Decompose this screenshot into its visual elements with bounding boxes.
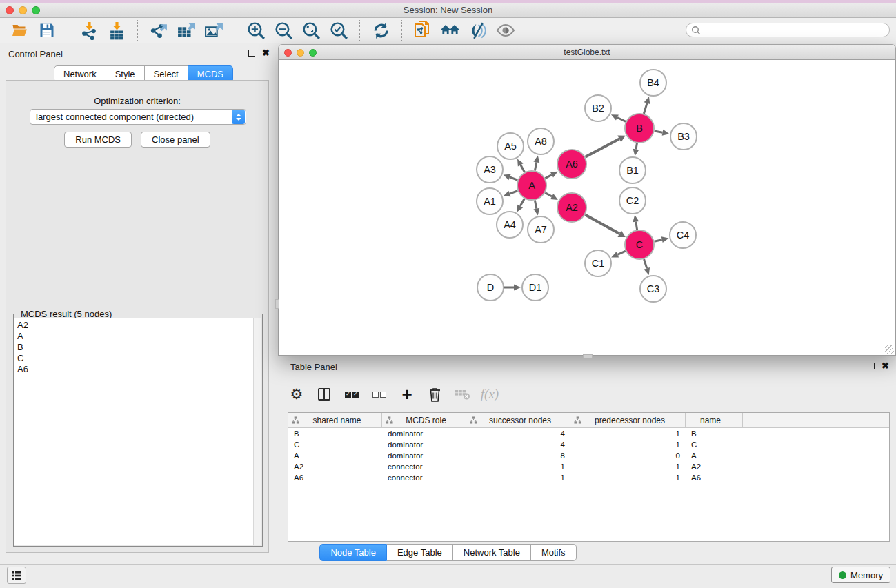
mcds-result-item[interactable]: C	[14, 353, 253, 364]
import-network-icon[interactable]	[75, 20, 103, 41]
zoom-out-icon[interactable]	[270, 20, 297, 41]
mcds-result-item[interactable]: B	[14, 342, 253, 353]
node-D[interactable]: D	[477, 274, 504, 301]
node-C3[interactable]: C3	[640, 276, 666, 302]
mcds-result-item[interactable]: A6	[14, 364, 253, 375]
float-table-panel-icon[interactable]	[868, 363, 875, 369]
node-A2[interactable]: A2	[557, 193, 586, 222]
close-panel-icon[interactable]: ✖	[262, 50, 270, 57]
memory-button[interactable]: Memory	[831, 567, 890, 583]
tab-node-table[interactable]: Node Table	[319, 544, 387, 561]
node-B2[interactable]: B2	[585, 95, 611, 121]
edge-C-C4[interactable]	[654, 236, 668, 243]
add-column-icon[interactable]: +	[398, 385, 416, 404]
edge-B-B1[interactable]	[633, 143, 639, 156]
tab-network-table[interactable]: Network Table	[453, 544, 531, 561]
node-C[interactable]: C	[625, 230, 654, 259]
new-network-from-selection-icon[interactable]	[409, 20, 437, 41]
node-A8[interactable]: A8	[528, 128, 554, 154]
table-row[interactable]: A6connector11A6	[288, 472, 889, 483]
settings-gear-icon[interactable]: ⚙	[288, 385, 306, 404]
show-column-panel-icon[interactable]	[315, 385, 333, 404]
node-B1[interactable]: B1	[619, 157, 646, 183]
node-C4[interactable]: C4	[670, 222, 696, 248]
table-row[interactable]: A2connector11A2	[288, 461, 889, 472]
zoom-selected-icon[interactable]	[325, 20, 352, 41]
node-A[interactable]: A	[517, 171, 546, 200]
node-B3[interactable]: B3	[670, 123, 697, 150]
column-header-MCDS-role[interactable]: MCDS role	[382, 413, 466, 427]
eye-icon[interactable]	[492, 20, 519, 41]
table-cell: B	[288, 429, 382, 438]
import-table-icon[interactable]	[103, 20, 130, 41]
edge-A-A6[interactable]	[545, 172, 557, 179]
close-panel-button[interactable]: Close panel	[141, 132, 210, 148]
open-file-icon[interactable]	[6, 20, 33, 41]
zoom-in-icon[interactable]	[242, 20, 270, 41]
edge-A-A1[interactable]	[504, 191, 518, 197]
edge-B-B2[interactable]	[611, 114, 626, 121]
node-A6[interactable]: A6	[557, 150, 586, 179]
export-table-icon[interactable]	[172, 20, 200, 41]
node-A3[interactable]: A3	[477, 156, 503, 183]
criterion-dropdown[interactable]: largest connected component (directed)	[30, 109, 246, 125]
delete-column-icon[interactable]	[426, 385, 444, 404]
function-builder-icon[interactable]: f(x)	[481, 385, 499, 404]
node-D1[interactable]: D1	[522, 274, 548, 301]
unselect-all-checkboxes-icon[interactable]	[370, 385, 388, 404]
mcds-result-item[interactable]: A2	[14, 320, 253, 331]
run-mcds-button[interactable]: Run MCDS	[64, 132, 132, 148]
edge-B-B4[interactable]	[644, 97, 650, 114]
node-A7[interactable]: A7	[528, 216, 554, 243]
resize-grip-icon[interactable]	[885, 345, 894, 354]
hide-graphics-details-icon[interactable]	[464, 20, 492, 41]
tab-edge-table[interactable]: Edge Table	[387, 544, 453, 561]
edge-A-A8[interactable]	[533, 156, 539, 171]
edge-C-C1[interactable]	[611, 251, 626, 257]
column-header-successor-nodes[interactable]: successor nodes	[466, 413, 570, 427]
vertical-splitter-handle[interactable]	[275, 299, 279, 309]
node-A5[interactable]: A5	[497, 133, 524, 159]
select-all-checkboxes-icon[interactable]	[343, 385, 361, 404]
table-row[interactable]: Bdominator41B	[288, 428, 889, 439]
mcds-result-item[interactable]: A	[14, 331, 253, 342]
mcds-list-scrollbar[interactable]	[253, 318, 261, 545]
column-header-predecessor-nodes[interactable]: predecessor nodes	[570, 413, 686, 427]
table-row[interactable]: Cdominator41C	[288, 439, 889, 450]
refresh-layout-icon[interactable]	[367, 20, 395, 41]
node-B[interactable]: B	[625, 114, 654, 143]
edge-A2-C[interactable]	[585, 215, 626, 237]
home-icon[interactable]	[437, 20, 464, 41]
edge-A6-B[interactable]	[585, 136, 625, 157]
column-header-shared-name[interactable]: shared name	[288, 413, 382, 427]
edge-A-A5[interactable]	[517, 159, 524, 172]
task-history-button[interactable]	[7, 567, 26, 584]
node-C2[interactable]: C2	[619, 187, 646, 214]
column-header-name[interactable]: name	[686, 413, 743, 427]
edge-C-C3[interactable]	[644, 259, 650, 275]
delete-table-icon[interactable]	[453, 385, 471, 404]
node-C1[interactable]: C1	[585, 250, 611, 276]
zoom-fit-icon[interactable]	[297, 20, 325, 41]
network-window-titlebar[interactable]: testGlobe.txt	[278, 44, 896, 60]
edge-C-C2[interactable]	[633, 215, 639, 230]
search-input[interactable]	[686, 23, 890, 37]
edge-D-D1[interactable]	[504, 285, 521, 291]
float-panel-icon[interactable]	[248, 50, 255, 57]
save-session-icon[interactable]	[33, 20, 61, 41]
edge-B-B3[interactable]	[655, 130, 670, 136]
network-canvas[interactable]: B4B2BB3A5A8A6A3B1AA1C2A2A4A7CC4C1C3DD1	[278, 60, 896, 356]
edge-A-A3[interactable]	[504, 174, 518, 181]
node-A4[interactable]: A4	[497, 212, 523, 238]
table-row[interactable]: Adominator80A	[288, 450, 889, 461]
edge-A-A2[interactable]	[545, 193, 558, 200]
node-A1[interactable]: A1	[477, 188, 503, 214]
node-B4[interactable]: B4	[640, 70, 666, 96]
tab-motifs[interactable]: Motifs	[531, 544, 577, 561]
edge-A-A4[interactable]	[517, 199, 524, 212]
export-image-icon[interactable]	[200, 20, 228, 41]
close-table-panel-icon[interactable]: ✖	[882, 363, 889, 369]
horizontal-splitter-handle[interactable]	[583, 354, 593, 358]
export-network-icon[interactable]	[145, 20, 172, 41]
edge-A-A7[interactable]	[533, 201, 539, 216]
